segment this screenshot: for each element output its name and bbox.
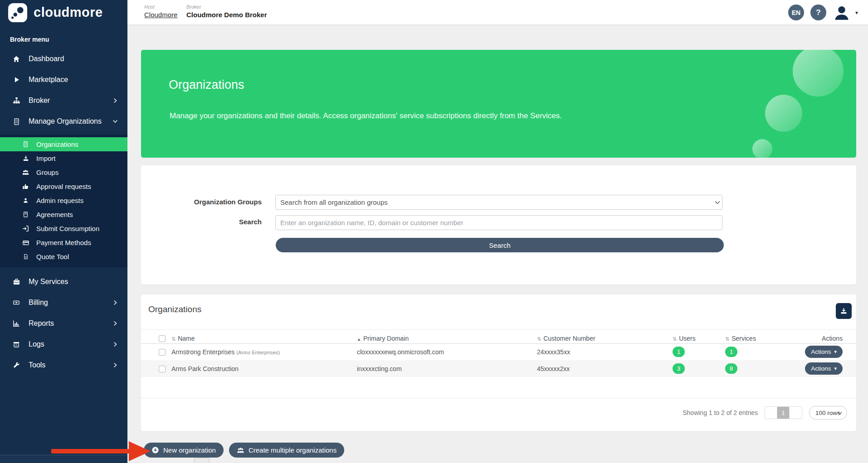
- search-button[interactable]: Search: [276, 238, 724, 252]
- submenu-item-organizations[interactable]: Organizations: [0, 137, 127, 151]
- host-link[interactable]: Cloudmore: [144, 11, 177, 19]
- submenu-item-label: Payment Methods: [36, 239, 91, 246]
- sidebar-item-reports[interactable]: Reports: [0, 313, 127, 334]
- help-button[interactable]: ?: [810, 5, 826, 20]
- row-checkbox[interactable]: [159, 366, 166, 372]
- chevron-right-icon: [112, 320, 118, 327]
- manage-organizations-submenu: Organizations Import Groups Ap: [0, 135, 127, 267]
- org-name-note: (Arms Enterprises): [236, 350, 280, 355]
- decorative-circle: [793, 50, 844, 96]
- row-actions-button[interactable]: Actions▾: [805, 346, 843, 358]
- sidebar-item-manage-organizations[interactable]: Manage Organizations: [0, 111, 127, 132]
- card-title: Organizations: [148, 304, 201, 314]
- submenu-item-quote-tool[interactable]: Quote Tool: [0, 250, 127, 264]
- column-header-primary-domain[interactable]: ▲Primary Domain: [357, 330, 537, 343]
- submenu-item-label: Import: [36, 154, 56, 162]
- sidebar-item-label: Broker: [29, 96, 50, 105]
- column-header-services[interactable]: ⇅Services: [725, 330, 793, 343]
- building-icon: [12, 118, 21, 125]
- pagination-page-1[interactable]: 1: [777, 407, 790, 419]
- caret-down-icon: ▾: [834, 366, 837, 371]
- hero-banner: Organizations Manage your organizations …: [141, 50, 856, 158]
- chevron-right-icon: [112, 341, 118, 347]
- select-all-checkbox[interactable]: [159, 335, 166, 342]
- organizations-card: Organizations ⇅Name ▲Primary Domain ⇅Cus…: [141, 294, 856, 431]
- page-title: Organizations: [169, 78, 244, 92]
- breadcrumb-broker: Broker Cloudmore Demo Broker: [186, 4, 267, 19]
- table-footer: Showing 1 to 2 of 2 entries 1 100 rows: [683, 406, 847, 420]
- page-description: Manage your organizations and their deta…: [170, 111, 562, 121]
- column-header-customer-number[interactable]: ⇅Customer Number: [537, 330, 673, 343]
- sidebar-item-label: Dashboard: [29, 55, 64, 63]
- submenu-item-admin-requests[interactable]: Admin requests: [0, 193, 127, 207]
- org-customer-number: 45xxxxx2xx: [537, 360, 673, 377]
- sidebar: cloudmore Broker menu Dashboard Marketpl…: [0, 0, 127, 463]
- column-header-name[interactable]: ⇅Name: [171, 330, 357, 343]
- sidebar-item-my-services[interactable]: My Services: [0, 271, 127, 292]
- services-count-badge[interactable]: 1: [725, 347, 737, 357]
- search-panel: Organization Groups Search from all orga…: [141, 165, 856, 285]
- submenu-item-label: Admin requests: [36, 197, 83, 204]
- sort-asc-icon: ▲: [357, 337, 361, 342]
- sidebar-section-label: Broker menu: [10, 36, 127, 43]
- table-row[interactable]: Armstrong Enterprises(Arms Enterprises) …: [141, 343, 856, 360]
- export-button[interactable]: [836, 303, 852, 319]
- showing-entries-text: Showing 1 to 2 of 2 entries: [683, 409, 758, 416]
- pagination-prev[interactable]: [765, 407, 777, 419]
- pagination-next[interactable]: [790, 407, 802, 419]
- organization-groups-select[interactable]: Search from all organization groups: [275, 195, 722, 210]
- brand-logo[interactable]: cloudmore: [0, 0, 127, 25]
- create-multiple-organizations-button[interactable]: Create multiple organizations: [229, 443, 344, 458]
- organizations-card-header: Organizations: [141, 294, 856, 330]
- row-actions-button[interactable]: Actions▾: [805, 362, 843, 375]
- submenu-item-payment-methods[interactable]: Payment Methods: [0, 236, 127, 250]
- broker-name: Cloudmore Demo Broker: [186, 11, 267, 19]
- sidebar-item-label: Manage Organizations: [29, 117, 102, 125]
- credit-card-icon: [22, 239, 29, 246]
- submenu-item-import[interactable]: Import: [0, 151, 127, 165]
- sidebar-item-broker[interactable]: Broker: [0, 90, 127, 111]
- sort-icon: ⇅: [171, 336, 176, 342]
- bottom-action-bar: New organization Create multiple organiz…: [144, 443, 344, 458]
- user-menu[interactable]: ▾: [833, 4, 858, 22]
- rows-per-page-select[interactable]: 100 rows: [809, 406, 847, 420]
- submenu-item-label: Approval requests: [36, 183, 91, 190]
- download-icon: [840, 307, 848, 315]
- sidebar-item-dashboard[interactable]: Dashboard: [0, 48, 127, 69]
- sidebar-item-tools[interactable]: Tools: [0, 355, 127, 376]
- sort-icon: ⇅: [725, 336, 729, 342]
- submenu-item-label: Submit Consumption: [36, 225, 99, 232]
- breadcrumb-host: Host Cloudmore: [144, 4, 177, 19]
- row-checkbox[interactable]: [159, 349, 166, 356]
- users-count-badge[interactable]: 1: [673, 347, 685, 357]
- chevron-right-icon: [112, 97, 118, 104]
- org-name: Arms Park Construction: [171, 365, 239, 372]
- decorative-circle: [752, 139, 772, 158]
- import-icon: [22, 155, 29, 162]
- play-icon: [12, 76, 21, 84]
- sidebar-item-marketplace[interactable]: Marketplace: [0, 69, 127, 90]
- column-header-users[interactable]: ⇅Users: [673, 330, 725, 343]
- search-input[interactable]: [275, 215, 722, 230]
- chevron-right-icon: [112, 299, 118, 306]
- users-count-badge[interactable]: 3: [673, 363, 685, 374]
- home-icon: [12, 55, 21, 63]
- brand-name: cloudmore: [34, 5, 103, 20]
- language-button[interactable]: EN: [788, 5, 804, 20]
- submenu-item-submit-consumption[interactable]: Submit Consumption: [0, 222, 127, 236]
- organizations-table: ⇅Name ▲Primary Domain ⇅Customer Number ⇅…: [141, 330, 856, 377]
- submenu-item-approval-requests[interactable]: Approval requests: [0, 179, 127, 193]
- sidebar-item-label: Billing: [29, 299, 48, 307]
- new-organization-button[interactable]: New organization: [144, 443, 224, 458]
- services-count-badge[interactable]: 8: [725, 363, 737, 374]
- table-row[interactable]: Arms Park Construction inxxxxcting.com 4…: [141, 360, 856, 377]
- sign-in-icon: [22, 225, 29, 232]
- sidebar-item-logs[interactable]: Logs: [0, 334, 127, 355]
- user-icon: [22, 197, 29, 204]
- sidebar-item-billing[interactable]: Billing: [0, 292, 127, 313]
- book-icon: [22, 211, 29, 218]
- submenu-item-groups[interactable]: Groups: [0, 165, 127, 179]
- org-domain: inxxxxcting.com: [357, 360, 537, 377]
- search-label: Search: [141, 218, 262, 226]
- submenu-item-agreements[interactable]: Agreements: [0, 207, 127, 222]
